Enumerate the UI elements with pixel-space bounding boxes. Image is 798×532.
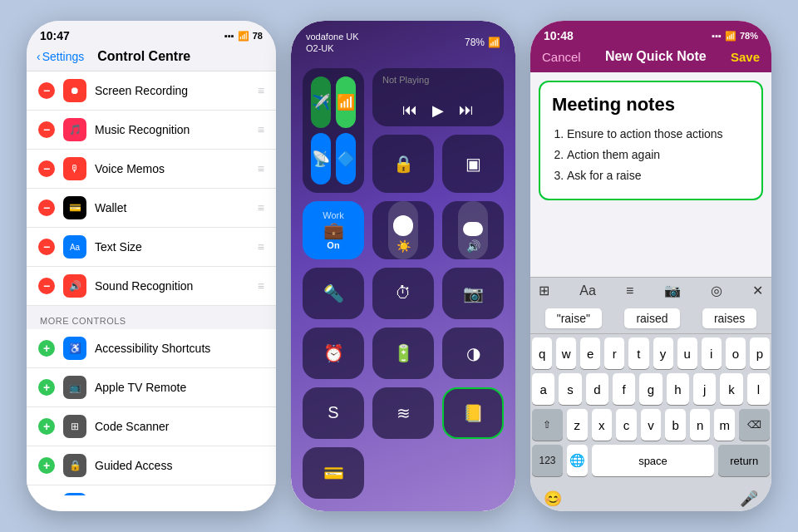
kb-key-e[interactable]: e: [580, 337, 600, 369]
cc-lock-tile[interactable]: 🔒: [372, 135, 434, 193]
p3-circle-icon[interactable]: ◎: [711, 283, 722, 298]
cc-prev-icon[interactable]: ⏮: [402, 101, 417, 119]
phone-2: vodafone UK O2-UK 78% 📶 ✈️ 📶 📡 🔷: [291, 21, 515, 511]
kb-key-t[interactable]: t: [628, 337, 648, 369]
p3-text-format-icon[interactable]: Aa: [579, 283, 596, 298]
p1-item-voice-memos[interactable]: − 🎙 Voice Memos ≡: [27, 150, 276, 189]
kb-key-j[interactable]: j: [693, 373, 716, 405]
p3-note-item-2: Action them again: [567, 145, 750, 165]
cc-screen-mirror-tile[interactable]: ▣: [442, 135, 504, 193]
p3-cancel-button[interactable]: Cancel: [542, 50, 581, 64]
p1-item-code-scanner[interactable]: + ⊞ Code Scanner: [27, 407, 276, 446]
p1-item-sound-recognition[interactable]: − 🔊 Sound Recognition ≡: [27, 267, 276, 306]
p1-remove-btn[interactable]: −: [38, 239, 55, 255]
kb-emoji-key[interactable]: 🌐: [567, 445, 588, 476]
p1-item-guided-access[interactable]: + 🔒 Guided Access: [27, 446, 276, 485]
kb-key-w[interactable]: w: [556, 337, 576, 369]
cc-quick-note-tile[interactable]: 📒: [442, 387, 504, 439]
cc-brightness-tile[interactable]: ☀️: [372, 201, 434, 259]
p3-mic-icon[interactable]: 🎤: [740, 490, 758, 508]
kb-key-m[interactable]: m: [714, 409, 735, 441]
kb-key-h[interactable]: h: [667, 373, 689, 405]
p1-item-music-recognition[interactable]: − 🎵 Music Recognition ≡: [27, 111, 276, 150]
cc-camera-tile[interactable]: 📷: [442, 268, 504, 319]
kb-key-g[interactable]: g: [639, 373, 662, 405]
cc-alarm-tile[interactable]: ⏰: [303, 328, 364, 379]
kb-return-key[interactable]: return: [718, 445, 770, 476]
p1-item-screen-recording[interactable]: − ⏺ Screen Recording ≡: [27, 71, 276, 111]
kb-space-key[interactable]: space: [592, 445, 715, 476]
kb-key-s[interactable]: s: [559, 373, 581, 405]
p1-remove-btn[interactable]: −: [38, 200, 55, 216]
p3-suggestion-3[interactable]: raises: [702, 308, 756, 328]
p1-add-btn[interactable]: +: [38, 340, 55, 357]
p1-back-label[interactable]: Settings: [42, 50, 85, 63]
p3-suggestion-2[interactable]: raised: [624, 308, 679, 328]
p1-add-btn[interactable]: +: [38, 379, 55, 396]
cc-invert-tile[interactable]: ◑: [442, 328, 504, 379]
kb-key-i[interactable]: i: [702, 337, 722, 369]
kb-key-b[interactable]: b: [665, 409, 686, 441]
cc-card-tile[interactable]: 💳: [303, 447, 364, 499]
p3-table-icon[interactable]: ⊞: [539, 283, 549, 298]
p3-list-icon[interactable]: ≡: [626, 283, 633, 298]
cc-work-tile[interactable]: Work 💼 On: [303, 201, 364, 259]
p3-close-icon[interactable]: ✕: [752, 283, 763, 298]
cc-connectivity-block[interactable]: ✈️ 📶 📡 🔷: [303, 68, 364, 193]
cc-volume-slider[interactable]: 🔊: [458, 201, 488, 259]
p1-item-wallet[interactable]: − 💳 Wallet ≡: [27, 189, 276, 228]
kb-key-y[interactable]: y: [653, 337, 673, 369]
cc-cellular-tile[interactable]: 📶: [336, 76, 356, 128]
kb-key-v[interactable]: v: [641, 409, 662, 441]
p1-remove-btn[interactable]: −: [38, 82, 55, 99]
cc-timer-tile[interactable]: ⏱: [372, 268, 434, 319]
kb-key-n[interactable]: n: [690, 409, 711, 441]
p1-add-btn[interactable]: +: [38, 457, 55, 474]
p3-note-area[interactable]: Meeting notes Ensure to action those act…: [539, 81, 763, 200]
kb-key-q[interactable]: q: [532, 337, 552, 369]
cc-sound-wave-tile[interactable]: ≋: [372, 387, 434, 439]
cc-brightness-slider[interactable]: ☀️: [388, 201, 418, 259]
kb-key-f[interactable]: f: [613, 373, 635, 405]
cc-battery-tile[interactable]: 🔋: [372, 328, 434, 379]
cc-bluetooth-tile[interactable]: 🔷: [336, 133, 356, 185]
p3-camera-icon[interactable]: 📷: [664, 283, 681, 298]
cc-wifi-tile[interactable]: 📡: [311, 133, 331, 185]
cc-airplane-tile[interactable]: ✈️: [311, 76, 331, 128]
kb-shift-key[interactable]: ⇧: [532, 409, 563, 441]
cc-next-icon[interactable]: ⏭: [459, 101, 474, 119]
p1-item-accessibility[interactable]: + ♿ Accessibility Shortcuts: [27, 329, 276, 368]
kb-key-a[interactable]: a: [532, 373, 554, 405]
kb-key-c[interactable]: c: [616, 409, 637, 441]
p1-item-apple-tv-remote[interactable]: + 📺 Apple TV Remote: [27, 368, 276, 407]
kb-key-o[interactable]: o: [726, 337, 746, 369]
cc-now-playing-tile[interactable]: Not Playing ⏮ ▶ ⏭: [372, 68, 504, 126]
kb-key-x[interactable]: x: [592, 409, 613, 441]
kb-key-p[interactable]: p: [750, 337, 770, 369]
cc-wave-icon[interactable]: ≋: [488, 507, 500, 511]
kb-key-k[interactable]: k: [720, 373, 742, 405]
cc-shazam-tile[interactable]: S: [303, 387, 364, 439]
kb-key-r[interactable]: r: [604, 337, 624, 369]
cc-brightness-fill: [393, 215, 413, 235]
p1-remove-btn[interactable]: −: [38, 278, 55, 294]
kb-key-z[interactable]: z: [567, 409, 588, 441]
kb-key-l[interactable]: l: [747, 373, 770, 405]
kb-key-d[interactable]: d: [586, 373, 608, 405]
p1-remove-btn[interactable]: −: [38, 160, 55, 177]
p3-suggestion-1[interactable]: "raise": [545, 308, 602, 328]
cc-font-a-label[interactable]: A A: [306, 509, 327, 511]
p1-item-text-size[interactable]: − Aa Text Size ≡: [27, 228, 276, 267]
kb-delete-key[interactable]: ⌫: [739, 409, 770, 441]
p3-emoji-icon[interactable]: 😊: [544, 490, 562, 508]
cc-volume-tile[interactable]: 🔊: [442, 201, 504, 259]
cc-play-icon[interactable]: ▶: [432, 101, 444, 120]
p1-back-button[interactable]: ‹ Settings: [37, 50, 84, 63]
kb-num-key[interactable]: 123: [532, 445, 563, 476]
cc-flashlight-tile[interactable]: 🔦: [303, 268, 364, 319]
p1-remove-btn[interactable]: −: [38, 121, 55, 138]
p1-add-btn[interactable]: +: [38, 418, 55, 435]
p3-save-button[interactable]: Save: [731, 50, 760, 64]
kb-key-u[interactable]: u: [677, 337, 697, 369]
p1-item-hearing[interactable]: + 👂 Hearing: [27, 485, 276, 495]
